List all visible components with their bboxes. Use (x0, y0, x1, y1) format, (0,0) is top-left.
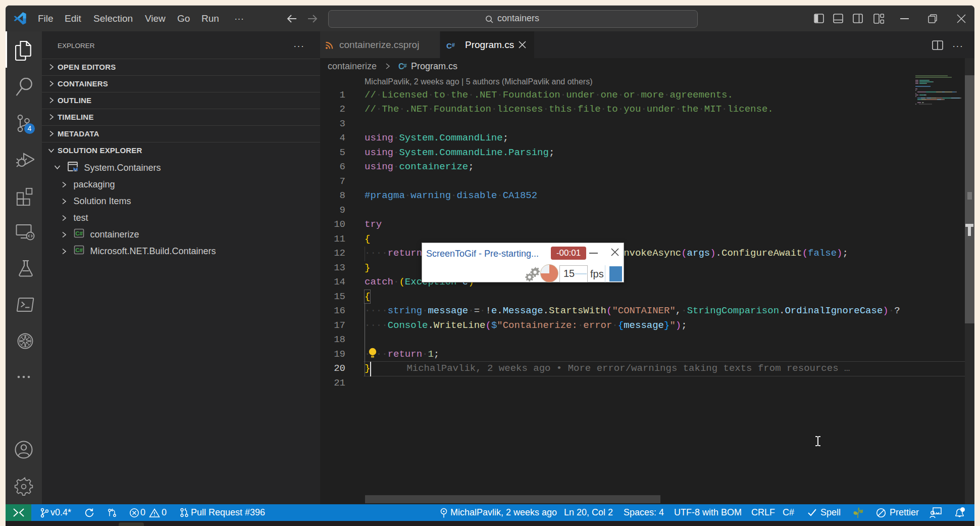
svg-text:C#: C# (75, 247, 83, 253)
svg-text:C#: C# (75, 230, 83, 236)
